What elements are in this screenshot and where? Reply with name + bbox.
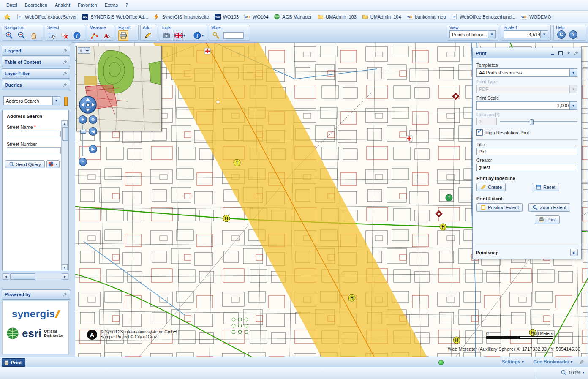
- measure-button[interactable]: [90, 30, 100, 41]
- menu-help[interactable]: ?: [122, 1, 132, 9]
- templates-select[interactable]: A4 Portrait seamless ▼: [476, 68, 577, 77]
- panel-header-table-of-content[interactable]: Table of Content: [2, 57, 70, 67]
- zoom-slider[interactable]: [80, 125, 85, 156]
- favorite-item[interactable]: WebOffice Benutzerhand...: [451, 14, 515, 20]
- pointsnap-section[interactable]: Pointsnap »: [475, 246, 579, 257]
- favorite-item[interactable]: UMAdmin_104: [362, 14, 401, 20]
- scroll-left-button[interactable]: ◀: [3, 273, 9, 280]
- pin-icon[interactable]: [63, 60, 67, 64]
- send-query-button[interactable]: Send Query: [5, 160, 45, 168]
- menu-favoriten[interactable]: Favoriten: [74, 1, 101, 9]
- pin-icon[interactable]: [574, 51, 578, 55]
- reset-indexline-button[interactable]: Reset: [532, 183, 559, 191]
- edit-pencil-icon[interactable]: ✎: [578, 360, 585, 365]
- print-tool-button[interactable]: [118, 30, 128, 41]
- scroll-down-button[interactable]: ▼: [62, 264, 68, 270]
- scroll-right-button[interactable]: ▶: [62, 273, 68, 280]
- view-select[interactable]: Points of Intere... ▼: [449, 30, 496, 38]
- dock-handle[interactable]: [64, 97, 68, 106]
- favorite-item[interactable]: WebOffice extract Server: [16, 14, 76, 20]
- scrollbar-thumb[interactable]: [10, 273, 35, 280]
- zoom-extent-button[interactable]: Zoom Extent: [528, 203, 570, 212]
- add-favorite-button[interactable]: [3, 13, 11, 21]
- panel-header-powered-by[interactable]: Powered by: [2, 289, 70, 300]
- browser-zoom-control[interactable]: 100% ▾: [561, 369, 585, 376]
- context-help-button[interactable]: C: [557, 30, 566, 39]
- zoom-out-map-button[interactable]: −: [79, 158, 87, 166]
- favorite-item[interactable]: UMAdmin_103: [317, 14, 357, 20]
- favorite-item[interactable]: AGS Manager: [274, 14, 312, 20]
- minimize-button[interactable]: [550, 51, 555, 56]
- street-number-input[interactable]: [7, 147, 61, 154]
- menu-datei[interactable]: Datei: [3, 1, 21, 9]
- pin-icon[interactable]: [63, 49, 67, 53]
- pan-mode-button[interactable]: ✛: [84, 47, 90, 54]
- pan-button[interactable]: [29, 30, 39, 41]
- menu-bearbeiten[interactable]: Bearbeiten: [21, 1, 51, 9]
- pin-icon[interactable]: [63, 292, 67, 297]
- help-button[interactable]: ?: [569, 30, 577, 39]
- next-extent-button[interactable]: ▶: [89, 145, 97, 153]
- zoom-out-button[interactable]: [16, 30, 27, 41]
- previous-extent-button[interactable]: ◀: [89, 127, 97, 136]
- close-button[interactable]: ×: [566, 51, 571, 56]
- zoom-in-button[interactable]: [4, 30, 14, 41]
- zoom-extent-label: Zoom Extent: [540, 205, 566, 210]
- creator-input[interactable]: [476, 164, 577, 171]
- panel-header-legend[interactable]: Legend: [2, 46, 70, 56]
- pan-control[interactable]: [79, 95, 97, 114]
- print-panel-header[interactable]: Print ×: [473, 48, 581, 58]
- zoom-slider-handle[interactable]: [80, 130, 86, 134]
- expand-pointsnap-button[interactable]: »: [570, 249, 578, 256]
- rotation-slider-handle[interactable]: [530, 119, 534, 125]
- clear-selection-button[interactable]: [60, 30, 70, 41]
- rotation-slider[interactable]: [500, 119, 577, 125]
- full-extent-button[interactable]: ◎: [89, 115, 97, 124]
- pin-icon[interactable]: [63, 71, 67, 76]
- scale-combo[interactable]: 4,514 ▼: [504, 30, 548, 38]
- panel-header-layer-filter[interactable]: Layer Filter: [2, 68, 70, 79]
- favorite-item[interactable]: SynerGIS Intranetseite: [153, 14, 209, 20]
- favorite-item[interactable]: WO104: [244, 14, 268, 20]
- query-type-select[interactable]: Address Search ▼: [3, 96, 60, 105]
- print-scale-select[interactable]: 1,000 ▼: [476, 101, 577, 110]
- label-button[interactable]: [102, 30, 112, 41]
- vertical-scrollbar[interactable]: ▲ ▼: [61, 120, 68, 270]
- redline-button[interactable]: [143, 30, 153, 41]
- language-button[interactable]: ▾: [174, 32, 186, 39]
- screenshot-button[interactable]: [161, 30, 172, 41]
- zoom-in-map-button[interactable]: +: [79, 115, 87, 124]
- select-rectangle-button[interactable]: [47, 30, 57, 41]
- weboffice-wo-icon: [407, 14, 413, 20]
- title-input[interactable]: [476, 148, 577, 155]
- horizontal-scrollbar[interactable]: ◀ ▶: [2, 273, 69, 280]
- print-button[interactable]: Print: [535, 215, 560, 224]
- panel-title: Legend: [5, 48, 21, 53]
- print-task-button[interactable]: Print: [2, 358, 25, 367]
- position-extent-button[interactable]: Position Extent: [476, 203, 523, 212]
- panel-header-queries[interactable]: Queries: [2, 80, 70, 90]
- favorite-item[interactable]: bankomat_neu: [407, 14, 446, 20]
- scroll-up-button[interactable]: ▲: [62, 120, 68, 126]
- quick-search-input[interactable]: [223, 32, 244, 39]
- close-overview-button[interactable]: ×: [78, 47, 84, 54]
- query-options-button[interactable]: ▾: [46, 160, 60, 168]
- menu-extras[interactable]: Extras: [101, 1, 122, 9]
- geo-bookmarks-menu[interactable]: Geo Bookmarks ▾: [534, 359, 573, 364]
- street-name-input[interactable]: [7, 131, 61, 137]
- info-tools-button[interactable]: ▾: [192, 30, 205, 41]
- tools-key-button[interactable]: [211, 30, 221, 41]
- high-resolution-checkbox[interactable]: ✓: [476, 129, 483, 136]
- create-indexline-button[interactable]: Create: [476, 183, 506, 191]
- favorite-item[interactable]: WODEMO: [521, 14, 551, 20]
- chevron-down-icon: ▼: [488, 31, 495, 38]
- identify-button[interactable]: [72, 30, 82, 41]
- pin-icon[interactable]: [63, 83, 67, 87]
- scrollbar-thumb[interactable]: [62, 127, 68, 141]
- favorite-item[interactable]: WO103: [215, 14, 239, 20]
- menu-ansicht[interactable]: Ansicht: [51, 1, 74, 9]
- settings-menu[interactable]: Settings ▾: [502, 359, 524, 364]
- restore-button[interactable]: [558, 51, 563, 56]
- favorite-item[interactable]: SYNERGIS WebOffice Ad...: [82, 14, 148, 20]
- scale-bar-zero: 0: [486, 331, 489, 336]
